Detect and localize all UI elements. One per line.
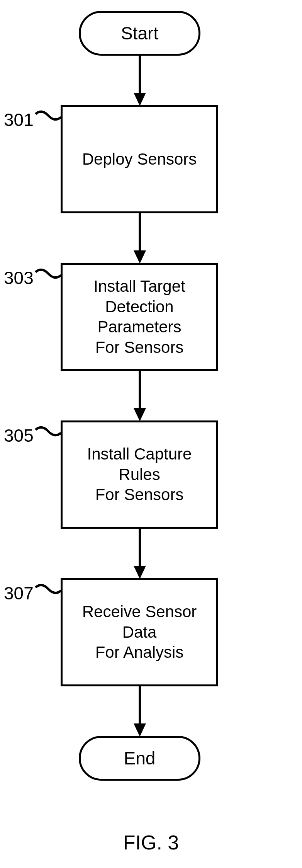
start-label: Start	[121, 23, 158, 44]
arrow-301-to-303	[131, 213, 148, 264]
end-terminator: End	[79, 736, 200, 781]
start-terminator: Start	[79, 11, 200, 56]
svg-marker-9	[134, 723, 146, 737]
ref-305: 305	[4, 425, 34, 446]
ref-307-connector	[35, 584, 62, 599]
arrow-303-to-305	[131, 371, 148, 421]
ref-305-connector	[35, 426, 62, 441]
step-307-box: Receive Sensor Data For Analysis	[61, 578, 218, 686]
ref-303: 303	[4, 267, 34, 288]
step-305-label: Install Capture Rules For Sensors	[66, 444, 212, 505]
svg-marker-1	[134, 93, 146, 106]
ref-303-connector	[35, 268, 62, 284]
step-301-label: Deploy Sensors	[82, 149, 197, 170]
arrow-start-to-301	[131, 56, 148, 106]
ref-301: 301	[4, 109, 34, 130]
svg-marker-5	[134, 408, 146, 421]
arrow-307-to-end	[131, 686, 148, 737]
figure-label: FIG. 3	[0, 831, 302, 854]
flowchart-canvas: Start 301 Deploy Sensors 303 Install Tar…	[0, 0, 302, 868]
ref-301-connector	[35, 110, 62, 126]
step-303-box: Install Target Detection Parameters For …	[61, 263, 218, 371]
step-303-label: Install Target Detection Parameters For …	[66, 276, 212, 357]
end-label: End	[124, 748, 156, 769]
step-301-box: Deploy Sensors	[61, 105, 218, 213]
ref-307: 307	[4, 583, 34, 604]
step-307-label: Receive Sensor Data For Analysis	[66, 602, 212, 663]
step-305-box: Install Capture Rules For Sensors	[61, 420, 218, 529]
svg-marker-3	[134, 250, 146, 264]
arrow-305-to-307	[131, 529, 148, 579]
svg-marker-7	[134, 566, 146, 579]
